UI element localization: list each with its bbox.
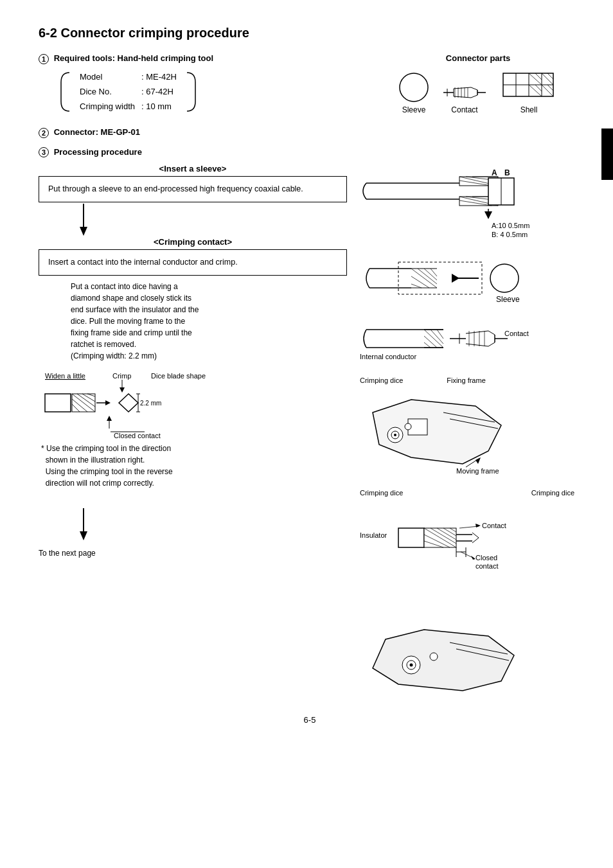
right-column: A B A:10 0.5mm B: 4 0.5mm [360, 164, 581, 702]
svg-text:A:10  0.5mm: A:10 0.5mm [492, 222, 529, 229]
svg-text:Widen a little: Widen a little [45, 372, 85, 380]
model-value: : ME-42H [139, 71, 179, 84]
section3-header: 3 Processing procedure [39, 147, 581, 158]
diagram3: Internal conductor Contact [360, 319, 581, 366]
svg-text:B: 4  0.5mm: B: 4 0.5mm [492, 231, 528, 238]
sleeve-item: Sleeve [398, 72, 429, 114]
svg-marker-148 [471, 556, 475, 560]
svg-line-7 [471, 95, 477, 98]
svg-marker-74 [484, 211, 492, 219]
svg-line-99 [424, 336, 437, 348]
crimping-contact-step1: Insert a contact into the internal condu… [48, 258, 238, 267]
diagram1-svg: A B A:10 0.5mm B: 4 0.5mm [360, 164, 559, 247]
widen-svg-container: Widen a little Crimp Dice blade shape [39, 371, 347, 435]
svg-line-5 [454, 96, 471, 98]
fixing-frame-label: Fixing frame [447, 376, 486, 384]
svg-point-154 [430, 653, 438, 660]
svg-text:Sleeve: Sleeve [496, 295, 520, 304]
tools-section: 1 Required tools: Hand-held crimping too… [39, 53, 375, 114]
arrow-down-1 [77, 204, 347, 236]
insert-sleeve-box: Put through a sleeve to an end-processed… [39, 176, 347, 202]
crimp-row: Crimping width : 10 mm [77, 100, 179, 113]
diagram2-svg: Sleeve [360, 256, 559, 307]
svg-point-151 [410, 664, 413, 667]
dice-value: : 67-42H [139, 85, 179, 98]
note-text: * Use the crimping tool in the direction… [41, 443, 347, 489]
arrow-to-next-svg [77, 508, 90, 540]
shell-label: Shell [520, 105, 538, 114]
svg-point-118 [394, 434, 396, 436]
svg-point-90 [490, 264, 519, 292]
section2-num: 2 [39, 128, 49, 138]
model-row: Model : ME-42H [77, 71, 179, 84]
main-content: <Insert a sleeve> Put through a sleeve t… [39, 164, 581, 702]
svg-marker-124 [475, 457, 481, 464]
svg-marker-30 [80, 227, 87, 236]
svg-line-105 [488, 331, 495, 335]
top-section: 1 Required tools: Hand-held crimping too… [39, 53, 581, 114]
svg-point-0 [400, 73, 428, 102]
page-tab [601, 128, 613, 180]
detail-svg: Insulator Contact Closed contact [360, 499, 527, 615]
diagram5: Crimping dice Insulator Contact Closed c… [360, 489, 581, 702]
tool-box-outer: Model : ME-42H Dice No. : 67-42H Crimpin… [58, 69, 375, 114]
section2-text: Connector: ME-GP-01 [54, 127, 140, 137]
contact-icon [442, 82, 487, 103]
svg-point-119 [405, 423, 411, 430]
svg-text:Closed: Closed [475, 554, 497, 562]
svg-marker-50 [119, 394, 138, 412]
bottom-diagrams: Widen a little Crimp Dice blade shape [39, 371, 347, 435]
diagram3-svg: Internal conductor Contact [360, 319, 559, 364]
sleeve-label: Sleeve [402, 105, 426, 114]
model-label: Model [77, 71, 138, 84]
arrow-to-next-wrapper [77, 508, 347, 542]
dice-label: Dice No. [77, 85, 138, 98]
crimping-dice-label2: Crimping dice [531, 489, 574, 497]
svg-line-4 [454, 87, 471, 89]
svg-line-106 [488, 342, 495, 346]
svg-marker-37 [107, 416, 112, 421]
contact-item: Contact [442, 82, 487, 114]
diagram2: Sleeve [360, 256, 581, 309]
tool-reverse-svg [360, 623, 527, 700]
right-bracket-svg [186, 69, 199, 114]
section3-num: 3 [39, 147, 49, 157]
widen-diagram: Widen a little Crimp Dice blade shape [39, 371, 347, 435]
svg-text:Contact: Contact [482, 522, 506, 529]
crimping-tool-svg: Moving frame [360, 387, 527, 477]
section1-header: 1 Required tools: Hand-held crimping too… [39, 53, 375, 64]
svg-text:B: B [504, 168, 510, 177]
connector-parts: Connector parts Sleeve [375, 53, 581, 114]
svg-line-100 [424, 342, 431, 348]
svg-text:Insulator: Insulator [360, 531, 387, 539]
svg-line-98 [437, 330, 443, 339]
svg-line-6 [471, 87, 477, 90]
crimp-label: Crimping width [77, 100, 138, 113]
svg-rect-129 [398, 528, 424, 547]
svg-text:A: A [492, 168, 497, 177]
diagram4: Crimping dice Fixing frame [360, 376, 581, 479]
sleeve-icon [398, 72, 429, 103]
svg-marker-56 [80, 531, 87, 540]
svg-text:Moving frame: Moving frame [456, 467, 499, 475]
insert-sleeve-text: Put through a sleeve to an end-processed… [48, 184, 303, 193]
svg-line-140 [472, 533, 479, 538]
tool-box-wrapper: Model : ME-42H Dice No. : 67-42H Crimpin… [58, 69, 375, 114]
section2-header: 2 Connector: ME-GP-01 [39, 127, 581, 138]
to-next: To the next page [39, 549, 347, 558]
page-bottom: 6-5 [39, 715, 581, 725]
section3: 3 Processing procedure [39, 147, 581, 158]
svg-text:Internal conductor: Internal conductor [360, 353, 416, 360]
section2: 2 Connector: ME-GP-01 [39, 127, 581, 138]
bracket-svg [58, 69, 71, 114]
svg-marker-35 [120, 387, 125, 393]
diagram4-labels: Crimping dice Fixing frame [360, 376, 581, 384]
dice-row: Dice No. : 67-42H [77, 85, 179, 98]
connector-parts-title: Connector parts [375, 53, 581, 63]
svg-text:2.2 mm: 2.2 mm [140, 400, 161, 407]
svg-line-145 [459, 526, 479, 528]
tool-table: Model : ME-42H Dice No. : 67-42H Crimpin… [76, 69, 181, 114]
svg-text:Crimp: Crimp [112, 372, 131, 380]
insert-sleeve-title: <Insert a sleeve> [39, 164, 347, 173]
arrow-svg-1 [77, 204, 90, 236]
